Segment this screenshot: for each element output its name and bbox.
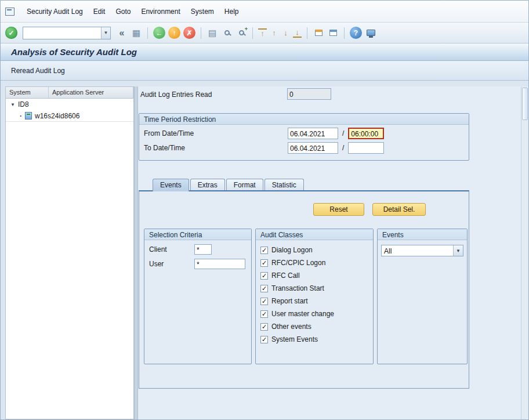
help-icon[interactable]: ?	[350, 27, 362, 39]
audit-class-row[interactable]: ✓Report start	[260, 295, 368, 307]
last-page-icon[interactable]: ↓	[293, 28, 302, 38]
from-time-field[interactable]: 06:00:00	[348, 128, 384, 139]
menu-environment[interactable]: Environment	[136, 5, 185, 18]
checkbox-icon[interactable]: ✓	[260, 285, 268, 292]
title-bar: Analysis of Security Audit Log	[1, 44, 528, 61]
audit-class-row[interactable]: ✓RFC Call	[260, 269, 368, 282]
events-dropdown[interactable]: All ▼	[381, 245, 463, 256]
audit-class-row[interactable]: ✓Other events	[260, 320, 368, 333]
command-field[interactable]: ▼	[23, 27, 111, 39]
exit-icon[interactable]: ↑	[168, 27, 180, 39]
print-icon[interactable]: ▤	[206, 28, 218, 38]
tree-node-label: ID8	[18, 100, 29, 108]
monitor-glyph	[367, 30, 375, 36]
reread-audit-log-button[interactable]: Reread Audit Log	[6, 64, 70, 77]
tree-node-label: w16s24id8606	[35, 112, 79, 120]
audit-classes-list: ✓Dialog Logon✓RFC/CPIC Logon✓RFC Call✓Tr…	[256, 240, 373, 346]
page-title: Analysis of Security Audit Log	[11, 47, 137, 57]
checkbox-icon[interactable]: ✓	[260, 336, 268, 343]
enter-icon[interactable]: ✓	[5, 27, 17, 39]
menu-goto[interactable]: Goto	[110, 5, 136, 18]
checkbox-icon[interactable]: ✓	[260, 310, 268, 318]
save-icon[interactable]: ▦	[131, 28, 142, 38]
system-menu-icon[interactable]	[5, 8, 15, 16]
checkbox-icon[interactable]: ✓	[260, 298, 268, 305]
checkbox-icon[interactable]: ✓	[260, 323, 268, 331]
plus-glyph: +	[245, 26, 248, 32]
tree-body: ▼ ID8 · w16s24id8606	[6, 99, 133, 419]
gui-settings-icon[interactable]	[365, 27, 376, 39]
audit-class-label: Report start	[271, 297, 308, 305]
to-date-time-row: To Date/Time 06.04.2021 /	[144, 142, 464, 154]
audit-class-row[interactable]: ✓System Events	[260, 333, 368, 346]
audit-class-row[interactable]: ✓User master change	[260, 307, 368, 320]
tree-column-system: System	[6, 87, 49, 98]
audit-class-label: Other events	[271, 323, 311, 331]
previous-page-icon[interactable]: ↑	[270, 29, 278, 37]
find-icon[interactable]	[221, 27, 233, 39]
user-row: User *	[149, 259, 247, 269]
toolbar-separator	[344, 27, 345, 39]
slash-separator: /	[342, 144, 344, 152]
audit-class-label: RFC/CPIC Logon	[271, 259, 325, 267]
checkbox-icon[interactable]: ✓	[260, 259, 268, 267]
create-shortcut-icon[interactable]	[327, 27, 339, 39]
server-tree-panel: System Application Server ▼ ID8 · w16s24…	[5, 86, 134, 419]
from-date-field[interactable]: 06.04.2021	[288, 128, 338, 139]
entries-read-label: Audit Log Entries Read	[140, 90, 212, 99]
events-group: Events All ▼	[377, 229, 468, 364]
time-period-group-title: Time Period Restriction	[139, 114, 469, 125]
client-field[interactable]: *	[194, 244, 212, 255]
tab-format[interactable]: Format	[226, 179, 263, 190]
panel-splitter[interactable]	[134, 86, 138, 419]
dropdown-arrow-icon[interactable]: ▼	[453, 245, 463, 256]
detail-sel-button[interactable]: Detail Sel.	[372, 203, 426, 216]
command-input[interactable]	[23, 27, 101, 39]
window-glyph	[315, 30, 323, 36]
cancel-icon[interactable]: ✗	[183, 27, 195, 39]
tree-column-application-server: Application Server	[49, 87, 133, 98]
tree-node-system-id8[interactable]: ▼ ID8	[6, 99, 133, 110]
tree-expander-icon[interactable]: ▼	[10, 102, 15, 107]
to-date-field[interactable]: 06.04.2021	[288, 142, 338, 154]
audit-class-row[interactable]: ✓Transaction Start	[260, 282, 368, 295]
reset-button[interactable]: Reset	[313, 203, 364, 216]
scrollbar-thumb[interactable]	[522, 88, 528, 120]
main-content: Audit Log Entries Read 0 Time Period Res…	[138, 86, 521, 419]
menu-security-audit-log[interactable]: Security Audit Log	[21, 5, 88, 18]
tree-header: System Application Server	[6, 87, 133, 99]
selection-criteria-title: Selection Criteria	[144, 229, 251, 240]
checkbox-icon[interactable]: ✓	[260, 272, 268, 280]
checkbox-icon[interactable]: ✓	[260, 247, 268, 254]
to-date-time-label: To Date/Time	[144, 144, 288, 152]
new-session-icon[interactable]	[313, 27, 324, 39]
to-time-field[interactable]	[348, 142, 384, 154]
tab-extras[interactable]: Extras	[190, 179, 225, 190]
tab-events[interactable]: Events	[153, 179, 189, 191]
tab-statistic[interactable]: Statistic	[264, 179, 304, 190]
user-field[interactable]: *	[194, 259, 245, 269]
from-date-time-label: From Date/Time	[144, 129, 288, 137]
tree-node-application-server[interactable]: · w16s24id8606	[6, 110, 133, 122]
menu-system[interactable]: System	[186, 5, 219, 18]
selection-criteria-group: Selection Criteria Client * User *	[144, 229, 252, 364]
time-period-group: Time Period Restriction From Date/Time 0…	[139, 113, 469, 161]
toolbar-separator	[307, 27, 307, 39]
collapse-icon[interactable]: «	[116, 28, 128, 38]
audit-class-label: RFC Call	[271, 271, 300, 280]
find-next-icon[interactable]: +	[235, 27, 247, 39]
back-icon[interactable]: ←	[153, 27, 165, 39]
command-dropdown-icon[interactable]: ▼	[101, 27, 110, 39]
window-glyph	[329, 30, 337, 36]
audit-class-label: User master change	[271, 310, 334, 318]
audit-class-row[interactable]: ✓Dialog Logon	[260, 244, 368, 256]
audit-class-row[interactable]: ✓RFC/CPIC Logon	[260, 256, 368, 269]
toolbar-separator	[147, 27, 148, 39]
menu-help[interactable]: Help	[219, 5, 244, 18]
vertical-scrollbar[interactable]	[521, 86, 528, 419]
menu-edit[interactable]: Edit	[88, 5, 111, 18]
first-page-icon[interactable]: ↑	[258, 28, 267, 38]
next-page-icon[interactable]: ↓	[281, 29, 290, 37]
toolbar-separator	[201, 27, 201, 39]
server-icon	[25, 112, 32, 120]
